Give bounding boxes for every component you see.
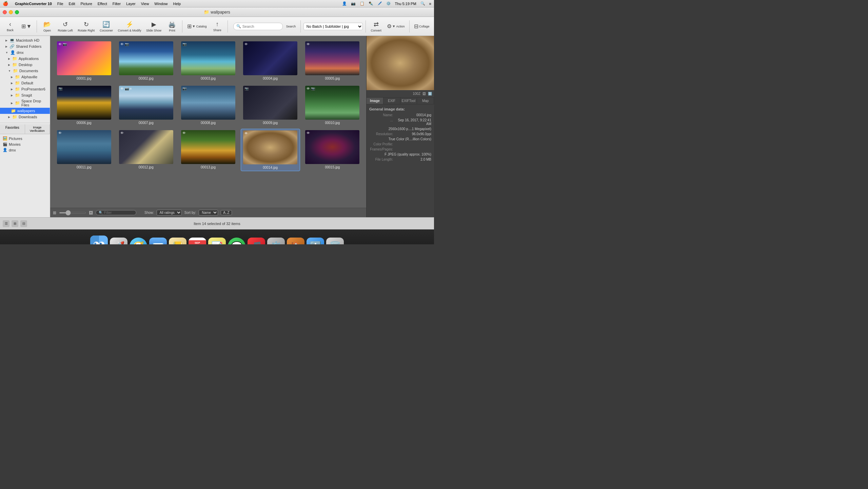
dock-item-sysprefs[interactable]: ⚙️ <box>267 238 285 244</box>
thumb-item-00010[interactable]: 👁 📷 00010.jpg <box>303 84 362 126</box>
search-input[interactable] <box>242 24 280 28</box>
cocooner-button[interactable]: 🔄 Cocooner <box>98 18 115 35</box>
dock-item-calendar[interactable]: SEP 21 <box>189 238 206 244</box>
menu-view[interactable]: View <box>141 2 149 6</box>
favorites-item-movies[interactable]: 🎬 Movies <box>0 141 50 147</box>
view-button[interactable]: ⊞ ▼ <box>19 18 34 35</box>
apple-menu[interactable]: 🍎 <box>3 1 8 6</box>
dock-item-homedesign[interactable]: 🏠 <box>287 238 304 244</box>
action-button[interactable]: ⚙ ▼ Action <box>385 18 406 35</box>
batch-format-select[interactable]: No Batch | Subfolder | jpg <box>303 23 363 30</box>
sidebar-item-snagit[interactable]: ▶ 📁 Snagit <box>0 92 50 98</box>
convert-modify-button[interactable]: ⚡ Convert & Modify <box>116 18 143 35</box>
thumb-item-00015[interactable]: 👁 00015.jpg <box>303 129 362 171</box>
pen-icon[interactable]: ✒️ <box>369 1 373 6</box>
open-button[interactable]: 📂 Open <box>40 18 55 35</box>
sidebar-item-dmx[interactable]: ▼ 👤 dmx <box>0 49 50 56</box>
thumb-item-00004[interactable]: 👁 00004.jpg <box>241 40 300 82</box>
thumb-item-00008[interactable]: 📷 00008.jpg <box>178 84 238 126</box>
browser-view-btn[interactable]: ⊟ <box>20 220 27 227</box>
sidebar-item-desktop[interactable]: ▶ 📁 Desktop <box>0 62 50 68</box>
tab-image-verification[interactable]: Image Verification <box>25 124 50 134</box>
dock-item-music[interactable]: 🎵 <box>248 238 265 244</box>
image-icon[interactable]: 🖼 <box>422 92 426 96</box>
menu-filter[interactable]: Filter <box>113 2 121 6</box>
menu-file[interactable]: File <box>57 2 63 6</box>
brush-icon[interactable]: 🖊️ <box>377 1 382 6</box>
dock-item-messages[interactable]: 💬 <box>228 238 245 244</box>
search-box[interactable]: 🔍 <box>233 23 283 30</box>
rotate-right-button[interactable]: ↻ Rotate Right <box>76 18 97 35</box>
catalog-button[interactable]: ⊞ ▼ Catalog <box>185 18 208 35</box>
tab-image[interactable]: Image <box>367 98 383 104</box>
sidebar-item-alphaville[interactable]: ▶ 📁 Alphaville <box>0 74 50 80</box>
list-menubar-icon[interactable]: ≡ <box>429 2 431 6</box>
favorites-item-dmx[interactable]: 👤 dmx <box>0 147 50 153</box>
sidebar-item-propresenter6[interactable]: ▶ 📁 ProPresenter6 <box>0 86 50 92</box>
print-button[interactable]: 🖨️ Print <box>164 18 179 35</box>
slideshow-button[interactable]: ▶ Slide Show <box>144 18 163 35</box>
tab-exiftool[interactable]: EXIFTool <box>400 98 417 104</box>
grid-view-status-btn[interactable]: ⊞ <box>12 220 18 227</box>
collage-button[interactable]: ⊟ Collage <box>412 18 431 35</box>
dock-item-notes[interactable]: 📝 <box>208 238 226 244</box>
sidebar-item-default[interactable]: ▶ 📁 Default <box>0 80 50 86</box>
sidebar-item-shared-folders[interactable]: ▶ 🔗 Shared Folders <box>0 43 50 49</box>
list-view-btn[interactable]: ☰ <box>3 220 9 227</box>
dock-item-rocket[interactable]: 🚀 <box>110 238 127 244</box>
person-icon[interactable]: 👤 <box>342 1 347 6</box>
menu-window[interactable]: Window <box>154 2 167 6</box>
maximize-button[interactable] <box>15 10 19 14</box>
dock-item-mail[interactable]: ✉️ <box>149 238 167 244</box>
thumb-item-00003[interactable]: 📷 00003.jpg <box>178 40 238 82</box>
favorites-item-pictures[interactable]: 🖼️ Pictures <box>0 136 50 141</box>
thumb-item-00012[interactable]: 👁 00012.jpg <box>116 129 176 171</box>
sidebar-item-downloads[interactable]: ▶ 📁 Downloads <box>0 114 50 120</box>
menu-help[interactable]: Help <box>173 2 181 6</box>
thumb-item-00009[interactable]: 📷 00009.jpg <box>241 84 300 126</box>
filter-input[interactable] <box>104 211 133 215</box>
menu-app-name[interactable]: GraphicConverter 10 <box>15 2 52 6</box>
search-menubar-icon[interactable]: 🔍 <box>420 1 425 6</box>
dock-item-downloads[interactable]: ⬇️ <box>307 238 324 244</box>
menu-effect[interactable]: Effect <box>98 2 107 6</box>
filter-box[interactable]: 🔍 <box>96 210 136 215</box>
minimize-button[interactable] <box>9 10 13 14</box>
tab-favorites[interactable]: Favorites <box>0 124 25 134</box>
camera-icon[interactable]: 📷 <box>351 1 356 6</box>
grid-view-btn[interactable]: ⊞ <box>53 210 56 215</box>
gear-icon[interactable]: ⚙️ <box>386 1 391 6</box>
dock-item-trash[interactable]: 🗑️ <box>326 238 344 244</box>
dock-item-contacts[interactable]: 📒 <box>169 238 186 244</box>
menu-edit[interactable]: Edit <box>69 2 75 6</box>
close-button[interactable] <box>3 10 7 14</box>
info-icon[interactable]: ℹ️ <box>428 92 432 96</box>
thumb-item-00007[interactable]: 👁 📷 ≡ 00007.jpg <box>116 84 176 126</box>
menu-picture[interactable]: Picture <box>81 2 92 6</box>
sidebar-item-macintosh-hd[interactable]: ▶ 💻 Macintosh HD <box>0 37 50 43</box>
name-select[interactable]: Name <box>199 210 218 216</box>
dock-item-safari[interactable]: 🧭 <box>130 238 147 244</box>
sidebar-item-applications[interactable]: ▶ 📁 Applications <box>0 56 50 62</box>
thumb-item-00011[interactable]: 👁 00011.jpg <box>54 129 114 171</box>
sidebar-item-documents[interactable]: ▼ 📁 Documents <box>0 68 50 74</box>
convert-button[interactable]: ⇄ Convert <box>369 18 383 35</box>
thumb-item-00014[interactable]: 👁 00014.jpg <box>241 129 300 171</box>
sidebar-item-space-drop-files[interactable]: ▶ 📁 Space Drop Files <box>0 98 50 108</box>
share-button[interactable]: ↑ Share <box>210 18 225 35</box>
thumb-item-00001[interactable]: 👁 📷 00001.jpg <box>54 40 114 82</box>
menu-layer[interactable]: Layer <box>126 2 136 6</box>
clipboard-icon[interactable]: 📋 <box>360 1 364 6</box>
tab-map[interactable]: Map <box>417 98 434 104</box>
back-button[interactable]: ‹ Back <box>3 18 18 35</box>
az-button[interactable]: A..Z <box>221 210 232 215</box>
tab-exif[interactable]: EXIF <box>383 98 400 104</box>
rotate-left-button[interactable]: ↺ Rotate Left <box>56 18 75 35</box>
thumb-item-00006[interactable]: 📷 00006.jpg <box>54 84 114 126</box>
zoom-slider[interactable] <box>59 212 86 213</box>
dock-item-finder[interactable] <box>90 236 108 244</box>
ratings-select[interactable]: All ratings <box>157 210 182 216</box>
sidebar-item-wallpapers[interactable]: 📁 wallpapers <box>0 108 50 114</box>
thumb-item-00013[interactable]: 👁 00013.jpg <box>178 129 238 171</box>
large-grid-btn[interactable]: 🖼 <box>89 210 93 215</box>
